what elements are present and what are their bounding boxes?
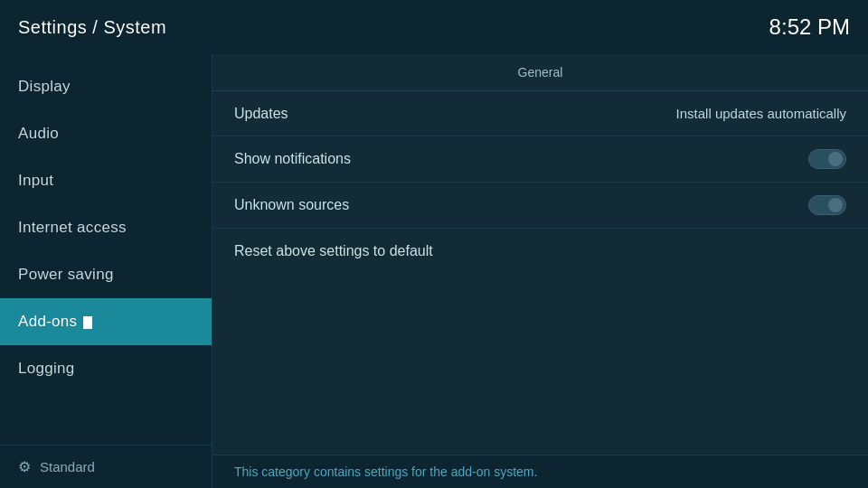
updates-row[interactable]: Updates Install updates automatically	[212, 91, 868, 136]
sidebar-item-add-ons[interactable]: Add-ons	[0, 298, 212, 345]
cursor	[83, 316, 92, 329]
profile-label: Standard	[40, 459, 95, 474]
show-notifications-label: Show notifications	[234, 151, 351, 167]
sidebar-item-internet-access[interactable]: Internet access	[0, 204, 212, 251]
unknown-sources-toggle[interactable]	[808, 195, 846, 215]
sidebar-footer[interactable]: ⚙ Standard	[0, 445, 212, 488]
status-bar: This category contains settings for the …	[212, 455, 868, 488]
content-area: General Updates Install updates automati…	[212, 54, 868, 488]
main-layout: Display Audio Input Internet access Powe…	[0, 54, 868, 488]
unknown-sources-label: Unknown sources	[234, 197, 349, 213]
sidebar: Display Audio Input Internet access Powe…	[0, 54, 212, 488]
show-notifications-toggle[interactable]	[808, 149, 846, 169]
unknown-sources-row[interactable]: Unknown sources	[212, 183, 868, 229]
sidebar-item-display[interactable]: Display	[0, 63, 212, 110]
sidebar-item-power-saving[interactable]: Power saving	[0, 251, 212, 298]
page-title: Settings / System	[18, 17, 166, 38]
content-inner: General Updates Install updates automati…	[212, 54, 868, 455]
status-text: This category contains settings for the …	[234, 465, 537, 479]
updates-label: Updates	[234, 106, 288, 122]
section-header: General	[212, 54, 868, 91]
reset-row[interactable]: Reset above settings to default	[212, 229, 868, 274]
show-notifications-row[interactable]: Show notifications	[212, 136, 868, 183]
header: Settings / System 8:52 PM	[0, 0, 868, 54]
sidebar-item-audio[interactable]: Audio	[0, 110, 212, 157]
updates-value: Install updates automatically	[676, 106, 846, 121]
sidebar-item-input[interactable]: Input	[0, 157, 212, 204]
sidebar-item-logging[interactable]: Logging	[0, 345, 212, 392]
reset-label: Reset above settings to default	[234, 243, 433, 259]
gear-icon: ⚙	[18, 458, 31, 475]
clock: 8:52 PM	[769, 14, 850, 40]
